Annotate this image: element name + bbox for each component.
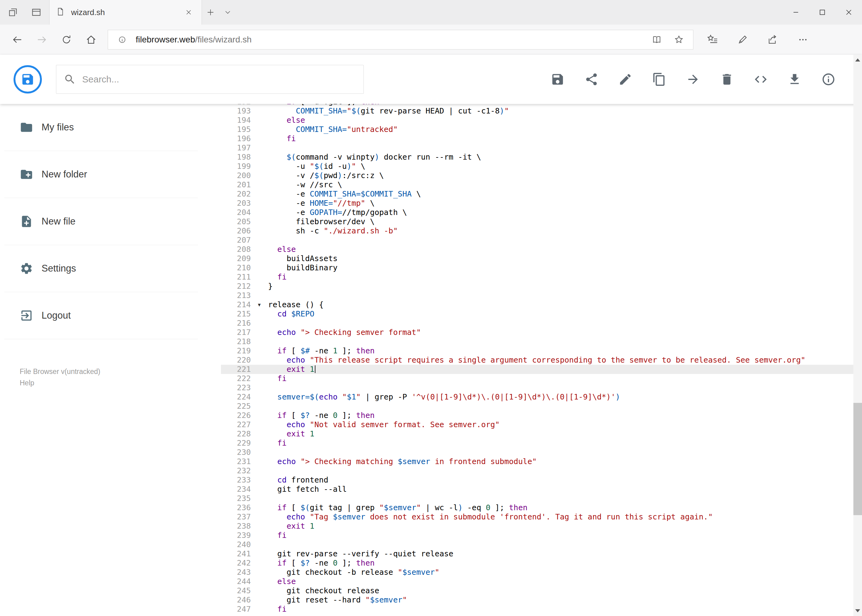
code-line[interactable]: 245 git checkout release	[221, 586, 862, 596]
code-line[interactable]: 199 -u "$(id -u)" \	[221, 162, 862, 171]
tab-close-icon[interactable]	[182, 0, 195, 25]
code-line[interactable]: 223	[221, 383, 862, 393]
code-line[interactable]: 246 git reset --hard "$semver"	[221, 596, 862, 605]
code-line[interactable]: 240	[221, 540, 862, 549]
share-button[interactable]	[585, 72, 599, 86]
code-line[interactable]: 214▾release () {	[221, 300, 862, 310]
hub-favorites-icon[interactable]	[701, 28, 723, 51]
favorite-star-icon[interactable]	[670, 31, 687, 48]
code-line[interactable]: 218	[221, 337, 862, 346]
code-line[interactable]: 224 semver=$(echo "$1" | grep -P '^v(0|[…	[221, 393, 862, 402]
code-line[interactable]: 222 fi	[221, 374, 862, 383]
code-line[interactable]: 194 else	[221, 116, 862, 125]
code-line[interactable]: 216	[221, 319, 862, 328]
back-button[interactable]	[5, 27, 30, 52]
annotate-pen-icon[interactable]	[731, 28, 754, 51]
code-line[interactable]: 226 if [ $? -ne 0 ]; then	[221, 411, 862, 420]
code-line[interactable]: 206 sh -c "./wizard.sh -b"	[221, 226, 862, 236]
delete-button[interactable]	[720, 72, 734, 86]
maximize-button[interactable]	[809, 0, 835, 25]
home-button[interactable]	[79, 27, 103, 52]
code-line[interactable]: 208 else	[221, 245, 862, 254]
browser-tab[interactable]: wizard.sh	[50, 0, 202, 25]
code-line[interactable]: 200 -v /$(pwd):/src:z \	[221, 171, 862, 180]
forward-button[interactable]	[30, 27, 54, 52]
code-line[interactable]: 204 -e GOPATH=//tmp/gopath \	[221, 208, 862, 217]
address-bar[interactable]: filebrowser.web/files/wizard.sh	[108, 30, 693, 50]
code-line[interactable]: 238 exit 1	[221, 522, 862, 531]
code-line[interactable]: 220 echo "This release script requires a…	[221, 355, 862, 365]
code-line[interactable]: 196 fi	[221, 134, 862, 143]
code-line[interactable]: 229 fi	[221, 438, 862, 448]
help-link[interactable]: Help	[20, 377, 100, 389]
scroll-up-icon[interactable]	[853, 55, 862, 65]
rename-button[interactable]	[618, 72, 632, 86]
code-line[interactable]: 232	[221, 466, 862, 475]
more-actions-icon[interactable]	[792, 28, 814, 51]
site-info-icon[interactable]	[113, 31, 131, 48]
sidebar-item-logout[interactable]: Logout	[4, 292, 198, 339]
code-line[interactable]: 241 git rev-parse --verify --quiet relea…	[221, 549, 862, 558]
move-button[interactable]	[686, 72, 700, 86]
set-tabs-aside-icon[interactable]	[5, 4, 21, 20]
close-button[interactable]	[835, 0, 862, 25]
code-line[interactable]: 203 -e HOME="//tmp" \	[221, 199, 862, 208]
fold-marker-icon[interactable]: ▾	[258, 300, 261, 310]
scrollbar-thumb[interactable]	[853, 403, 862, 515]
code-line[interactable]: 195 COMMIT_SHA="untracked"	[221, 125, 862, 134]
code-line[interactable]: 227 echo "Not valid semver format. See s…	[221, 420, 862, 429]
code-line[interactable]: 197	[221, 143, 862, 152]
search-input[interactable]	[82, 74, 356, 85]
code-view-button[interactable]	[754, 72, 768, 86]
code-line[interactable]: 244 else	[221, 577, 862, 586]
sidebar-item-new-folder[interactable]: New folder	[4, 151, 198, 198]
code-line[interactable]: 234 git fetch --all	[221, 485, 862, 494]
code-line[interactable]: 215 cd $REPO	[221, 310, 862, 319]
code-line[interactable]: 210 buildBinary	[221, 263, 862, 272]
code-line[interactable]: 209 buildAssets	[221, 254, 862, 263]
code-line[interactable]: 237 echo "Tag $semver does not exist in …	[221, 512, 862, 522]
reading-view-icon[interactable]	[648, 31, 665, 48]
code-line[interactable]: 207	[221, 236, 862, 245]
sidebar-item-new-file[interactable]: New file	[4, 198, 198, 245]
download-button[interactable]	[788, 72, 802, 86]
tab-list-chevron-icon[interactable]	[219, 0, 236, 25]
code-line[interactable]: 230	[221, 448, 862, 457]
code-line[interactable]: 212}	[221, 282, 862, 291]
info-button[interactable]	[821, 72, 835, 86]
code-editor[interactable]: 192 if [ -d .git ]; then193 COMMIT_SHA="…	[221, 104, 862, 616]
copy-button[interactable]	[652, 72, 666, 86]
code-line[interactable]: 219 if [ $# -ne 1 ]; then	[221, 346, 862, 355]
share-icon[interactable]	[762, 28, 784, 51]
code-line[interactable]: 225	[221, 402, 862, 411]
scroll-down-icon[interactable]	[853, 605, 862, 616]
code-line[interactable]: 192 if [ -d .git ]; then	[221, 104, 862, 107]
code-line[interactable]: 213	[221, 291, 862, 300]
new-tab-button[interactable]	[202, 0, 219, 25]
code-line[interactable]: 201 -w //src \	[221, 180, 862, 189]
code-line[interactable]: 243 git checkout -b release "$semver"	[221, 568, 862, 577]
code-line[interactable]: 221 exit 1	[221, 365, 862, 374]
code-line[interactable]: 198 $(command -v winpty) docker run --rm…	[221, 152, 862, 162]
code-line[interactable]: 193 COMMIT_SHA="$(git rev-parse HEAD | c…	[221, 107, 862, 116]
refresh-button[interactable]	[54, 27, 79, 52]
code-line[interactable]: 235	[221, 494, 862, 503]
sidebar-item-my-files[interactable]: My files	[4, 104, 198, 151]
sidebar-item-settings[interactable]: Settings	[4, 245, 198, 292]
code-line[interactable]: 242 if [ $? -ne 0 ]; then	[221, 558, 862, 568]
code-line[interactable]: 205 filebrowser/dev \	[221, 217, 862, 226]
code-line[interactable]: 233 cd frontend	[221, 475, 862, 485]
code-line[interactable]: 231 echo "> Checking matching $semver in…	[221, 457, 862, 466]
code-line[interactable]: 239 fi	[221, 531, 862, 540]
code-line[interactable]: 217 echo "> Checking semver format"	[221, 328, 862, 337]
code-line[interactable]: 202 -e COMMIT_SHA=$COMMIT_SHA \	[221, 189, 862, 199]
save-button[interactable]	[550, 72, 565, 86]
page-scrollbar[interactable]	[853, 55, 862, 616]
search-box[interactable]	[56, 65, 364, 94]
filebrowser-logo[interactable]	[14, 65, 42, 93]
code-line[interactable]: 211 fi	[221, 272, 862, 282]
code-line[interactable]: 247 fi	[221, 605, 862, 614]
minimize-button[interactable]	[783, 0, 809, 25]
code-line[interactable]: 236 if [ $(git tag | grep "$semver" | wc…	[221, 503, 862, 512]
code-line[interactable]: 228 exit 1	[221, 429, 862, 438]
